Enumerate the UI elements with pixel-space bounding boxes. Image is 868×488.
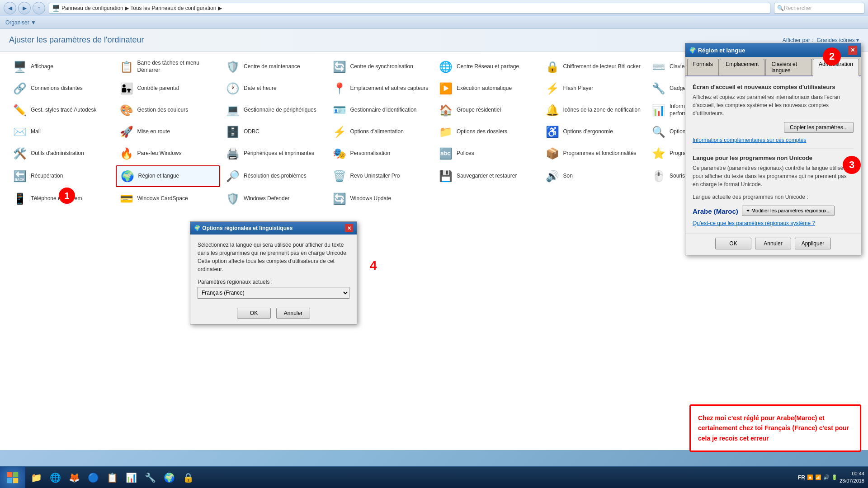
cp-item-connexions-distantes[interactable]: 🔗Connexions distantes (9, 79, 114, 99)
step2-number: 2 (823, 47, 841, 66)
clock-date: 23/07/2018 (840, 478, 864, 484)
cp-item-chiffrement[interactable]: 🔒Chiffrement de lecteur BitLocker (542, 57, 646, 77)
copy-params-btn[interactable]: Copier les paramètres... (784, 122, 854, 133)
cp-item-sauvegarder[interactable]: 💾Sauvegarder et restaurer (435, 165, 540, 187)
region-ok-btn[interactable]: OK (715, 238, 751, 249)
options-cancel-btn[interactable]: Annuler (276, 308, 310, 319)
region-dialog-close[interactable]: ✕ (848, 46, 857, 55)
cp-icon-telephone-modem: 📱 (13, 192, 27, 206)
taskbar-tool2[interactable]: 📊 (122, 469, 140, 487)
cp-item-centre-reseau[interactable]: 🌐Centre Réseau et partage (435, 57, 540, 77)
divider1 (693, 149, 854, 149)
taskbar-tool3[interactable]: 🔧 (141, 469, 159, 487)
cp-icon-centre-synchro: 🔄 (332, 60, 347, 74)
tab-emplacement[interactable]: Emplacement (720, 59, 764, 75)
cp-item-affichage[interactable]: 🖥️Affichage (9, 57, 114, 77)
cp-label-polices: Polices (457, 150, 474, 157)
modify-params-btn[interactable]: ✦ Modifier les paramètres régionaux... (742, 206, 835, 216)
tab-claviers[interactable]: Claviers et langues (765, 59, 812, 75)
cp-label-programmes-fonc: Programmes et fonctionnalités (563, 150, 637, 157)
cp-icon-options-indexation: 🔍 (651, 125, 666, 139)
cp-icon-affichage: 🖥️ (13, 60, 27, 74)
region-dialog: 🌍 Région et langue ✕ Formats Emplacement… (685, 43, 861, 255)
cp-item-gestionnaire-periph[interactable]: 💻Gestionnaire de périphériques (222, 100, 327, 120)
taskbar-firefox[interactable]: 🦊 (65, 469, 83, 487)
cp-item-barre-taches[interactable]: 📋Barre des tâches et menu Démarrer (116, 57, 221, 77)
cp-item-polices[interactable]: 🔤Polices (435, 144, 540, 164)
back-button[interactable]: ◀ (4, 2, 16, 14)
cp-label-clavier: Clavier (670, 63, 686, 70)
cp-item-emplacement-capteurs[interactable]: 📍Emplacement et autres capteurs (329, 79, 434, 99)
cp-item-windows-defender[interactable]: 🛡️Windows Defender (222, 189, 327, 209)
taskbar-tool5[interactable]: 🔒 (179, 469, 197, 487)
cp-item-options-dossiers[interactable]: 📁Options des dossiers (435, 122, 540, 142)
cp-item-windows-cardspace[interactable]: 💳Windows CardSpace (116, 189, 221, 209)
cp-item-gestion-couleurs[interactable]: 🎨Gestion des couleurs (116, 100, 221, 120)
cp-item-controle-parental[interactable]: 👨‍👧Contrôle parental (116, 79, 221, 99)
taskbar-explorer[interactable]: 📁 (27, 469, 45, 487)
cp-item-options-ergonomie[interactable]: ♿Options d'ergonomie (542, 122, 646, 142)
view-options[interactable]: Afficher par : Grandes icônes ▾ (783, 37, 859, 43)
cp-item-groupe-residentiel[interactable]: 🏠Groupe résidentiel (435, 100, 540, 120)
info-link[interactable]: Informations complémentaires sur ces com… (693, 137, 806, 143)
cp-item-odbc[interactable]: 🗄️ODBC (222, 122, 327, 142)
taskbar-browser[interactable]: 🌐 (46, 469, 64, 487)
cp-item-personnalisation[interactable]: 🎭Personnalisation (329, 144, 434, 164)
cp-icon-options-ergonomie: ♿ (545, 125, 560, 139)
taskbar-volume: 🔊 (823, 474, 830, 480)
cp-item-peripheriques[interactable]: 🖨️Périphériques et imprimantes (222, 144, 327, 164)
region-cancel-btn[interactable]: Annuler (755, 238, 791, 249)
cp-icon-connexions-distantes: 🔗 (13, 81, 27, 96)
cp-label-personnalisation: Personnalisation (350, 150, 391, 157)
options-ok-btn[interactable]: OK (237, 308, 271, 319)
options-dialog-close[interactable]: ✕ (345, 224, 353, 232)
organize-btn[interactable]: Organiser ▼ (5, 19, 36, 26)
taskbar-tool1[interactable]: 📋 (103, 469, 121, 487)
cp-item-execution-auto[interactable]: ▶️Exécution automatique (435, 79, 540, 99)
taskbar-tool4[interactable]: 🌍 (160, 469, 178, 487)
cp-icon-windows-update: 🔄 (332, 192, 347, 206)
cp-item-recuperation[interactable]: 🔙Récupération (9, 165, 114, 187)
cp-item-mail[interactable]: ✉️Mail (9, 122, 114, 142)
cp-item-programmes-fonc[interactable]: 📦Programmes et fonctionnalités (542, 144, 646, 164)
cp-item-gestionnaire-id[interactable]: 🪪Gestionnaire d'identification (329, 100, 434, 120)
cp-item-region-langue[interactable]: 🌍Région et langue (116, 165, 221, 187)
forward-button[interactable]: ▶ (18, 2, 31, 14)
options-dialog: 🌍 Options régionales et linguistiques ✕ … (190, 221, 357, 324)
cp-item-windows-update[interactable]: 🔄Windows Update (329, 189, 434, 209)
start-button[interactable] (0, 467, 25, 488)
cp-label-sauvegarder: Sauvegarder et restaurer (457, 173, 517, 180)
cp-item-centre-synchro[interactable]: 🔄Centre de synchronisation (329, 57, 434, 77)
cp-item-mise-en-route[interactable]: 🚀Mise en route (116, 122, 221, 142)
cp-item-date-heure[interactable]: 🕐Date et heure (222, 79, 327, 99)
cp-item-revo-uninstaller[interactable]: 🗑️Revo Uninstaller Pro (329, 165, 434, 187)
tab-formats[interactable]: Formats (687, 59, 719, 75)
taskbar-locale: FR (798, 474, 805, 481)
cp-icon-options-dossiers: 📁 (439, 125, 453, 139)
search-box[interactable]: 🔍 Rechercher (774, 3, 864, 14)
up-button[interactable]: ↑ (33, 2, 45, 14)
cp-label-emplacement-capteurs: Emplacement et autres capteurs (350, 85, 429, 92)
cp-item-gest-styles[interactable]: ✏️Gest. styles tracé Autodesk (9, 100, 114, 120)
title-bar: ◀ ▶ ↑ 🖥️ Panneau de configuration ▶ Tous… (0, 0, 868, 16)
sys-link[interactable]: Qu'est-ce que les paramètres régionaux s… (693, 220, 815, 226)
cp-label-options-dossiers: Options des dossiers (457, 128, 507, 136)
region-apply-btn[interactable]: Appliquer (795, 238, 831, 249)
params-select[interactable]: Français (France) (198, 287, 349, 299)
page-title: Ajuster les paramètres de l'ordinateur (9, 35, 144, 45)
cp-item-options-alimentation[interactable]: ⚡Options d'alimentation (329, 122, 434, 142)
cp-item-outils-admin[interactable]: 🛠️Outils d'administration (9, 144, 114, 164)
cp-item-resolution-pb[interactable]: 🔎Résolution des problèmes (222, 165, 327, 187)
svg-rect-2 (7, 478, 12, 483)
view-value[interactable]: Grandes icônes ▾ (817, 37, 859, 43)
cp-label-gest-styles: Gest. styles tracé Autodesk (31, 107, 96, 114)
address-bar[interactable]: 🖥️ Panneau de configuration ▶ Tous les P… (49, 3, 770, 14)
taskbar-chrome[interactable]: 🔵 (84, 469, 102, 487)
cp-item-icones-notif[interactable]: 🔔Icônes de la zone de notification (542, 100, 646, 120)
cp-item-centre-maintenance[interactable]: 🛡️Centre de maintenance (222, 57, 327, 77)
cp-item-pare-feu[interactable]: 🔥Pare-feu Windows (116, 144, 221, 164)
cp-label-options-alimentation: Options d'alimentation (350, 128, 404, 136)
region-dialog-content: Écran d'accueil et nouveaux comptes d'ut… (685, 76, 861, 234)
cp-item-flash-player[interactable]: ⚡Flash Player (542, 79, 646, 99)
cp-item-son[interactable]: 🔊Son (542, 165, 646, 187)
